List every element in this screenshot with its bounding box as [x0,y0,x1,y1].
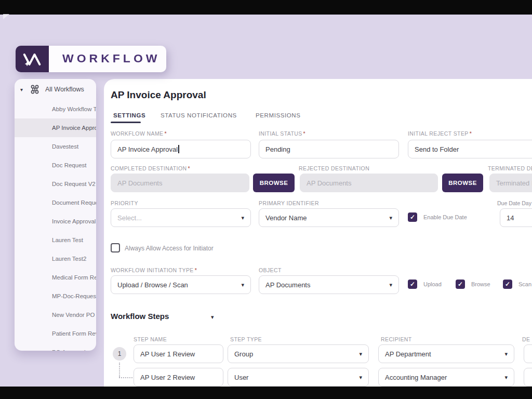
chevron-down-icon[interactable]: ▾ [20,87,29,92]
browse-rejected-button[interactable]: BROWSE [442,174,483,192]
sidebar-item[interactable]: Lauren Test [15,231,96,249]
sidebar-item-all-workflows[interactable]: ▾ All Workflows [15,79,96,100]
check-icon: ✓ [410,214,415,221]
col-step-name: STEP NAME [134,336,167,342]
workflows-icon [29,83,41,96]
always-allow-access-label: Always Allow Access for Initiator [125,245,214,252]
active-tab-underline [111,122,141,123]
step-recipient-select[interactable]: Accounting Manager▾ [378,368,514,387]
step-type-select[interactable]: Group▾ [228,344,369,363]
upload-checkbox[interactable]: ✓ [408,280,417,289]
chevron-down-icon: ▾ [504,351,508,357]
sidebar-header-label: All Workflows [45,86,84,93]
upload-label: Upload [423,281,442,287]
due-date-day-label: Due Date Day [497,200,531,206]
browse-completed-button[interactable]: BROWSE [253,174,295,192]
object-label: OBJECT [259,267,282,273]
priority-select[interactable]: Select...▾ [111,208,251,227]
rejected-destination-input: AP Documents [300,174,438,192]
initial-reject-step-label: INITIAL REJECT STEP* [408,130,472,137]
primary-identifier-label: PRIMARY IDENTIFIER [259,200,319,206]
chevron-down-icon: ▾ [504,374,508,381]
step-name-input[interactable]: AP User 2 Review [134,368,223,387]
sidebar-item[interactable]: New Vendor PO Workflow [15,305,96,324]
step-type-select[interactable]: User▾ [228,368,369,387]
main-panel: AP Invoice Approval SETTINGS STATUS NOTI… [104,79,532,399]
initial-status-label: INITIAL STATUS* [259,130,305,137]
sidebar-item[interactable]: Doc Request V2 [15,175,96,193]
step-recipient-select[interactable]: AP Department▾ [378,344,514,363]
terminated-destination-label: TERMINATED DE [488,165,532,171]
initial-reject-step-input[interactable]: Send to Folder [408,140,532,158]
check-icon: ✓ [458,281,463,288]
chevron-down-icon: ▾ [389,215,392,221]
logo-wordmark: WORKFLOW [49,46,166,72]
terminated-destination-input: Terminated I [489,174,532,192]
workflow-initiation-type-select[interactable]: Upload / Browse / Scan▾ [111,275,251,294]
col-extra: DE [522,336,530,342]
sidebar-item[interactable]: Document Request [15,193,96,212]
tab-status-notifications[interactable]: STATUS NOTIFICATIONS [161,112,237,118]
app-logo: WORKFLOW [16,46,166,72]
step-extra-input[interactable] [524,344,532,363]
sidebar-item[interactable]: Medical Form Redaction [15,268,96,287]
completed-destination-input: AP Documents [111,174,249,192]
sidebar-item[interactable]: Patient Form Review [15,324,96,343]
rejected-destination-label: REJECTED DESTINATION [299,165,369,171]
col-step-type: STEP TYPE [230,336,262,342]
priority-label: PRIORITY [111,200,138,206]
logo-mark-va-icon [16,46,49,72]
chevron-down-icon: ▾ [359,374,362,381]
chevron-down-icon: ▾ [359,351,362,357]
step-connector-vertical [119,363,120,377]
chevron-down-icon: ▾ [241,215,244,221]
workflow-name-input[interactable]: AP Invoice Approval [111,140,251,158]
sidebar-item[interactable]: Doc Request [15,156,96,175]
sidebar-item[interactable]: Davestest [15,137,96,156]
tab-settings[interactable]: SETTINGS [113,112,145,118]
browse-label: Browse [471,281,490,287]
logo-text: WORKFLOW [62,52,161,65]
step-connector-horizontal [119,377,132,378]
check-icon: ✓ [505,281,510,288]
check-icon: ✓ [410,281,415,288]
always-allow-access-checkbox[interactable] [111,243,120,252]
step-number-badge: 1 [113,347,126,361]
col-recipient: RECIPIENT [381,336,412,342]
app-window: WORKFLOW ▾ All Workflows Abby Workflow T… [0,0,532,399]
enable-due-date-label: Enable Due Date [423,214,467,220]
chevron-down-icon: ▾ [389,282,392,288]
text-cursor [178,145,179,153]
sidebar-item[interactable]: Invoice Approval [15,212,96,231]
sidebar-item-selected[interactable]: AP Invoice Approval [15,118,96,137]
chevron-down-icon: ▾ [241,282,244,288]
decor-wedge [3,14,9,19]
object-select[interactable]: AP Documents▾ [259,275,399,294]
completed-destination-label: COMPLETED DESTINATION* [111,165,190,171]
browse-checkbox[interactable]: ✓ [456,280,465,289]
step-name-input[interactable]: AP User 1 Review [134,344,223,363]
enable-due-date-checkbox[interactable]: ✓ [408,212,417,222]
scan-checkbox[interactable]: ✓ [503,280,512,289]
sidebar-item[interactable]: Lauren Test2 [15,249,96,268]
workflow-initiation-type-label: WORKFLOW INITIATION TYPE* [111,267,197,273]
workflow-sidebar: ▾ All Workflows Abby Workflow Test AP In… [15,79,96,351]
step-extra-input[interactable] [524,368,532,387]
workflow-steps-heading: Workflow Steps [111,312,169,321]
sidebar-item[interactable]: MP-Doc-Request [15,287,96,305]
tab-permissions[interactable]: PERMISSIONS [256,112,300,118]
sidebar-item-clipped[interactable]: PO Approval [15,343,96,351]
chevron-down-icon[interactable]: ▾ [211,314,214,321]
primary-identifier-select[interactable]: Vendor Name▾ [259,208,399,227]
page-title: AP Invoice Approval [111,89,206,101]
initial-status-input[interactable]: Pending [259,140,399,158]
workflow-name-label: WORKFLOW NAME* [111,130,167,137]
sidebar-item[interactable]: Abby Workflow Test [15,100,96,118]
top-black-bar [0,0,532,15]
due-date-day-input[interactable]: 14 [500,208,532,227]
bottom-black-bar [0,387,532,399]
scan-label: Scan [518,281,531,287]
